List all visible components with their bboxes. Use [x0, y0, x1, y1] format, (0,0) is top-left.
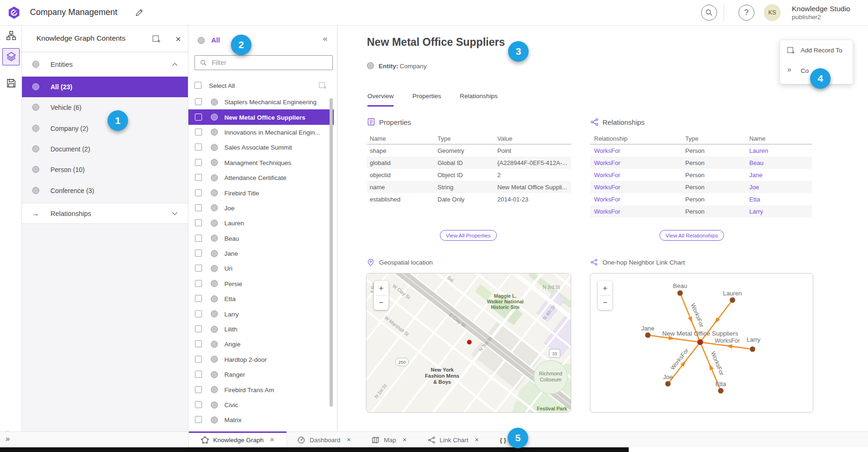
tab-dashboard[interactable]: Dashboard ✕	[287, 432, 361, 448]
relationship-name-link[interactable]: Jane	[749, 172, 812, 179]
node-joe[interactable]	[665, 381, 671, 387]
tab-properties[interactable]: Properties	[412, 93, 441, 107]
edit-title-icon[interactable]	[135, 8, 144, 17]
property-row[interactable]: globalidGlobal ID{A228944F-0EF5-412A-...	[367, 157, 571, 169]
list-item[interactable]: Hardtop 2-door	[188, 352, 334, 367]
entities-section-header[interactable]: Entities	[22, 53, 188, 76]
list-item[interactable]: Matrix	[188, 412, 334, 427]
item-checkbox[interactable]	[195, 204, 202, 211]
item-checkbox[interactable]	[195, 174, 202, 181]
entity-type-row[interactable]: Person (10)	[22, 159, 188, 180]
item-checkbox[interactable]	[195, 129, 202, 136]
save-icon[interactable]	[6, 78, 16, 88]
item-checkbox[interactable]	[195, 159, 202, 166]
list-item[interactable]: Larry	[188, 306, 334, 321]
item-checkbox[interactable]	[195, 310, 202, 317]
list-item[interactable]: Ranger	[188, 367, 334, 382]
item-checkbox[interactable]	[195, 265, 202, 272]
add-layer-icon[interactable]	[152, 34, 161, 43]
item-checkbox[interactable]	[195, 325, 202, 332]
relationship-row[interactable]: WorksForPersonLarry	[590, 205, 812, 217]
node-beau[interactable]	[677, 290, 683, 296]
tab-knowledge-graph[interactable]: Knowledge Graph ✕	[188, 432, 287, 448]
entity-dot-icon[interactable]	[32, 166, 39, 173]
entity-type-row[interactable]: Vehicle (6)	[22, 97, 188, 118]
entity-dot-icon[interactable]	[32, 104, 39, 111]
chevron-up-icon[interactable]	[172, 63, 178, 66]
item-checkbox[interactable]	[195, 356, 202, 363]
entity-dot-icon[interactable]	[32, 125, 39, 132]
list-item[interactable]: Lilith	[188, 322, 334, 337]
view-all-properties-button[interactable]: View All Properties	[440, 230, 497, 241]
entity-type-row[interactable]: All (23)	[22, 77, 188, 97]
item-checkbox[interactable]	[195, 189, 202, 196]
tab-link-chart[interactable]: Link Chart ✕	[417, 432, 490, 448]
list-item[interactable]: Firebird Trans Am	[188, 382, 334, 397]
list-item[interactable]: Firebird Title	[188, 185, 334, 200]
relationship-link[interactable]: WorksFor	[594, 196, 685, 203]
node-lauren[interactable]	[730, 297, 735, 303]
node-jane[interactable]	[645, 332, 651, 338]
item-checkbox[interactable]	[195, 98, 202, 105]
item-checkbox[interactable]	[195, 295, 202, 302]
relationship-row[interactable]: WorksForPersonJane	[590, 169, 812, 181]
collapse-panel-icon[interactable]: «	[323, 34, 327, 43]
relationship-link[interactable]: WorksFor	[594, 172, 685, 179]
relationship-link[interactable]: WorksFor	[594, 208, 685, 215]
property-row[interactable]: objectidObject ID2	[367, 169, 571, 181]
list-item[interactable]: Uri	[188, 261, 334, 276]
item-checkbox[interactable]	[195, 280, 202, 287]
list-item[interactable]: Innovations in Mechanical Engin...	[188, 125, 334, 140]
relationships-section-header[interactable]: → Relationships	[22, 203, 188, 224]
add-record-icon[interactable]	[318, 81, 327, 90]
link-chart-canvas[interactable]: Beau Lauren Jane Larry Joe Etta New Meta…	[590, 273, 813, 413]
close-tab-icon[interactable]: ✕	[474, 437, 479, 443]
list-item[interactable]: Staplers Mechanical Engineering	[188, 94, 334, 109]
entity-type-row[interactable]: Company (2)	[22, 118, 188, 139]
avatar[interactable]: KS	[764, 4, 781, 21]
entity-dot-icon[interactable]	[32, 83, 39, 90]
relationship-name-link[interactable]: Etta	[749, 196, 812, 203]
list-item[interactable]: Attendance Certificate	[188, 170, 334, 185]
zoom-in-button[interactable]: +	[374, 281, 388, 295]
list-item[interactable]: Managment Techniques	[188, 155, 334, 170]
item-checkbox[interactable]	[195, 401, 202, 408]
property-row[interactable]: shapeGeometryPoint	[367, 144, 571, 157]
relationship-name-link[interactable]: Beau	[749, 159, 812, 166]
property-row[interactable]: nameStringNew Metal Office Suppli...	[367, 181, 571, 193]
list-item[interactable]: Beau	[188, 231, 334, 246]
list-item[interactable]: Jane	[188, 246, 334, 261]
relationship-row[interactable]: WorksForPersonLauren	[590, 144, 812, 157]
chevron-down-icon[interactable]	[172, 212, 178, 215]
search-button[interactable]	[701, 5, 717, 21]
item-checkbox[interactable]	[195, 143, 202, 151]
relationship-name-link[interactable]: Joe	[749, 184, 812, 191]
item-checkbox[interactable]	[195, 416, 202, 423]
item-checkbox[interactable]	[195, 250, 202, 257]
tab-relationships[interactable]: Relationships	[460, 93, 498, 107]
help-button[interactable]: ?	[739, 5, 754, 21]
list-item[interactable]: Persie	[188, 276, 334, 291]
relationship-row[interactable]: WorksForPersonBeau	[590, 157, 812, 169]
item-checkbox[interactable]	[195, 340, 202, 347]
entity-dot-icon[interactable]	[32, 145, 39, 152]
list-item[interactable]: Joe	[188, 201, 334, 215]
item-checkbox[interactable]	[195, 219, 202, 226]
map-canvas[interactable]: W Clay St W Marshall St E Clay St N 3rd …	[366, 273, 571, 413]
tab-map[interactable]: Map ✕	[361, 432, 417, 448]
list-item[interactable]: Angie	[188, 337, 334, 352]
close-tab-icon[interactable]: ✕	[270, 437, 274, 443]
entity-type-row[interactable]: Document (2)	[22, 139, 188, 159]
close-tab-icon[interactable]: ✕	[346, 437, 351, 443]
list-item[interactable]: New Metal Office Suppliers	[188, 109, 334, 124]
node-etta[interactable]	[718, 388, 724, 394]
relationship-row[interactable]: WorksForPersonJoe	[590, 181, 812, 193]
item-checkbox[interactable]	[195, 386, 202, 393]
close-panel-icon[interactable]: ✕	[175, 35, 181, 43]
list-item[interactable]: Etta	[188, 291, 334, 306]
node-larry[interactable]	[750, 346, 755, 352]
item-checkbox[interactable]	[195, 235, 202, 242]
list-item[interactable]: Sales Associate Summit	[188, 140, 334, 155]
zoom-in-button[interactable]: +	[598, 281, 612, 295]
list-item[interactable]: Civic	[188, 397, 334, 412]
